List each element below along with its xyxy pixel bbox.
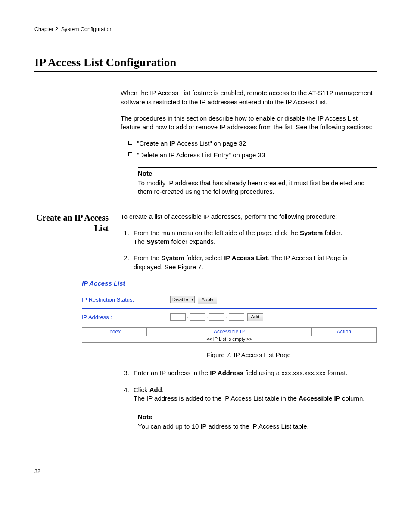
restriction-status-label: IP Restriction Status: (82, 296, 170, 304)
page-number: 32 (34, 468, 377, 475)
ip-octet-1[interactable] (170, 313, 186, 321)
figure-7: IP Access List IP Restriction Status: Di… (82, 279, 377, 343)
step-3: Enter an IP address in the IP Address fi… (131, 369, 377, 377)
ip-octet-2[interactable] (190, 313, 205, 321)
note-text: You can add up to 10 IP address to the I… (138, 423, 309, 430)
chapter-header: Chapter 2: System Configuration (34, 26, 377, 33)
step-bold: System (300, 229, 323, 236)
step-text: The (134, 238, 146, 245)
step-1: From the main menu on the left side of t… (131, 229, 377, 246)
add-button[interactable]: Add (247, 313, 264, 321)
table-header-action: Action (311, 328, 376, 336)
figure-caption: Figure 7. IP Access List Page (121, 351, 377, 359)
step-bold: System (161, 254, 184, 261)
note-label: Note (138, 169, 377, 178)
step-bold: IP Access List (224, 254, 268, 261)
ip-list-table: Index Accessible IP Action << IP List is… (82, 327, 377, 343)
figure-panel-title: IP Access List (82, 279, 377, 288)
procedure-intro: To create a list of accessible IP addres… (121, 212, 377, 221)
page-title: IP Access List Configuration (34, 55, 377, 72)
step-text: field using a xxx.xxx.xxx.xxx format. (243, 369, 348, 376)
step-text: column. (340, 395, 365, 402)
note-text: To modify IP address that has already be… (138, 179, 365, 195)
step-2: From the System folder, select IP Access… (131, 254, 377, 271)
note-box-2: Note You can add up to 10 IP address to … (138, 411, 377, 434)
step-text: Enter an IP address in the (134, 369, 210, 376)
step-text: From the main menu on the left side of t… (134, 229, 300, 236)
table-empty-message: << IP List is empty >> (82, 336, 377, 343)
reference-list: "Create an IP Access List" on page 32 "D… (121, 139, 377, 159)
step-text: . (162, 386, 164, 393)
note-label: Note (138, 413, 377, 421)
ip-address-label: IP Address : (82, 314, 170, 321)
step-text: Click (134, 386, 149, 393)
step-bold: Accessible IP (299, 395, 340, 402)
step-text: folder expands. (169, 238, 215, 245)
step-4: Click Add. The IP address is added to th… (131, 386, 377, 403)
restriction-status-select[interactable]: Disable (170, 296, 195, 303)
note-box-1: Note To modify IP address that has alrea… (138, 167, 377, 199)
intro-paragraph-1: When the IP Access List feature is enabl… (121, 89, 377, 106)
procedure-steps-cont: Enter an IP address in the IP Address fi… (121, 369, 377, 403)
ip-octet-3[interactable] (209, 313, 224, 321)
step-bold: Add (149, 386, 162, 393)
side-heading: Create an IP Access List (34, 212, 121, 234)
step-text: From the (134, 254, 161, 261)
table-header-accessible-ip: Accessible IP (147, 328, 311, 336)
step-bold: IP Address (210, 369, 243, 376)
procedure-steps: From the main menu on the left side of t… (121, 229, 377, 271)
ip-octet-4[interactable] (229, 313, 244, 321)
step-text: folder, select (184, 254, 224, 261)
intro-paragraph-2: The procedures in this section describe … (121, 114, 377, 132)
apply-button[interactable]: Apply (198, 296, 218, 304)
step-bold: System (146, 238, 169, 245)
step-text: folder. (323, 229, 342, 236)
reference-item-1: "Create an IP Access List" on page 32 (128, 139, 377, 148)
table-header-index: Index (82, 328, 147, 336)
step-text: The IP address is added to the IP Access… (134, 395, 299, 402)
reference-item-2: "Delete an IP Address List Entry" on pag… (128, 151, 377, 159)
